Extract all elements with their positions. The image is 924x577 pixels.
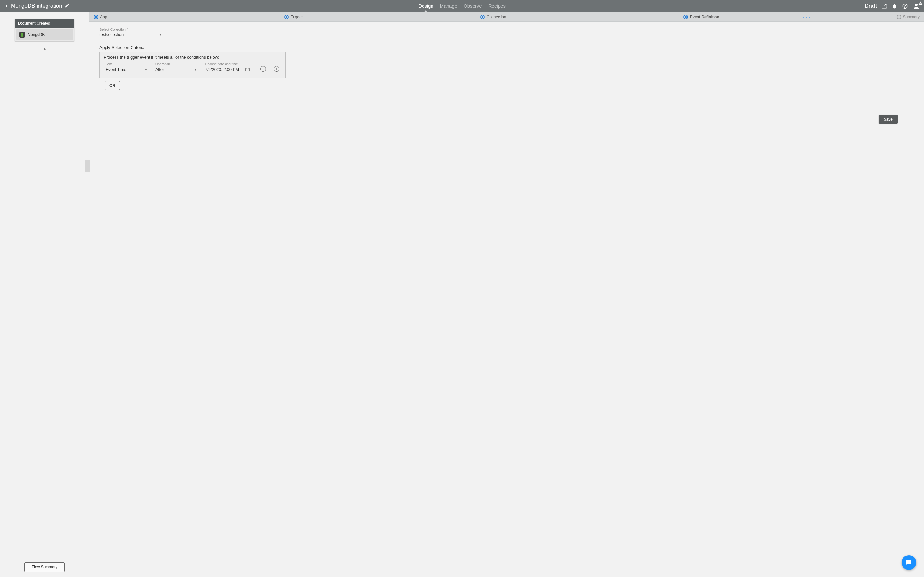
- edit-icon[interactable]: [65, 3, 69, 9]
- step-event-definition[interactable]: Event Definition: [683, 15, 719, 19]
- criteria-row: Item Event Time ▼ Operation After ▼: [103, 62, 282, 73]
- select-collection-label: Select Collection *: [99, 27, 162, 31]
- flow-summary-button[interactable]: Flow Summary: [24, 562, 65, 572]
- nav-design[interactable]: Design: [418, 0, 433, 12]
- user-profile-icon[interactable]: [913, 2, 920, 10]
- remove-condition-icon[interactable]: [260, 66, 266, 72]
- item-value: Event Time: [105, 67, 126, 72]
- svg-rect-5: [246, 68, 249, 71]
- page-title: MongoDB integration: [11, 3, 62, 9]
- chat-icon: [905, 559, 913, 566]
- step-summary[interactable]: Summary: [897, 15, 919, 19]
- wizard-stepper: App Trigger Connection Event Definition: [89, 12, 924, 22]
- header-nav: Design Manage Observe Recipes: [0, 0, 924, 12]
- back-arrow-icon[interactable]: [5, 4, 11, 8]
- svg-rect-4: [920, 4, 921, 5]
- step-app[interactable]: App: [94, 15, 107, 19]
- nav-recipes[interactable]: Recipes: [488, 0, 506, 12]
- status-draft: Draft: [865, 3, 877, 9]
- select-collection-value: testcollection: [99, 32, 124, 37]
- notifications-icon[interactable]: [892, 3, 897, 9]
- or-button[interactable]: OR: [105, 81, 120, 90]
- step-sep-dots: [803, 17, 813, 17]
- main-panel: App Trigger Connection Event Definition: [89, 12, 924, 577]
- flow-card-title: Document Created: [15, 19, 74, 28]
- help-icon[interactable]: [902, 3, 908, 9]
- chevron-down-icon: ▼: [194, 68, 197, 71]
- operation-label: Operation: [155, 62, 197, 66]
- chat-fab[interactable]: [901, 555, 916, 570]
- criteria-box: Process the trigger event if it meets al…: [99, 52, 286, 78]
- operation-dropdown[interactable]: After ▼: [155, 66, 197, 73]
- calendar-icon[interactable]: [245, 67, 250, 73]
- save-button[interactable]: Save: [879, 115, 898, 124]
- svg-point-2: [915, 3, 918, 6]
- operation-value: After: [155, 67, 164, 72]
- flow-card[interactable]: Document Created MongoDB: [15, 19, 74, 41]
- alert-badge-icon: [918, 1, 923, 6]
- sidebar: Document Created MongoDB Flow Summary: [0, 12, 89, 577]
- flow-card-tile-mongodb[interactable]: MongoDB: [16, 29, 73, 40]
- step-connection[interactable]: Connection: [480, 15, 506, 19]
- open-external-icon[interactable]: [881, 3, 887, 9]
- mongodb-icon: [19, 32, 25, 37]
- select-collection-dropdown[interactable]: testcollection ▼: [99, 31, 162, 38]
- add-condition-icon[interactable]: [274, 66, 279, 72]
- flow-card-tile-label: MongoDB: [27, 32, 45, 37]
- step-trigger[interactable]: Trigger: [284, 15, 303, 19]
- criteria-section-title: Apply Selection Criteria:: [99, 45, 914, 50]
- svg-rect-3: [920, 3, 921, 4]
- nav-observe[interactable]: Observe: [464, 0, 482, 12]
- item-label: Item: [105, 62, 148, 66]
- chevron-down-icon: ▼: [159, 33, 162, 36]
- expand-flow-icon[interactable]: [15, 47, 74, 53]
- chevron-down-icon: ▼: [144, 68, 148, 71]
- date-label: Choose date and time: [205, 62, 250, 66]
- criteria-intro-text: Process the trigger event if it meets al…: [103, 55, 282, 60]
- nav-manage[interactable]: Manage: [440, 0, 457, 12]
- date-time-input[interactable]: [205, 66, 246, 73]
- app-header: MongoDB integration Design Manage Observ…: [0, 0, 924, 12]
- item-dropdown[interactable]: Event Time ▼: [105, 66, 148, 73]
